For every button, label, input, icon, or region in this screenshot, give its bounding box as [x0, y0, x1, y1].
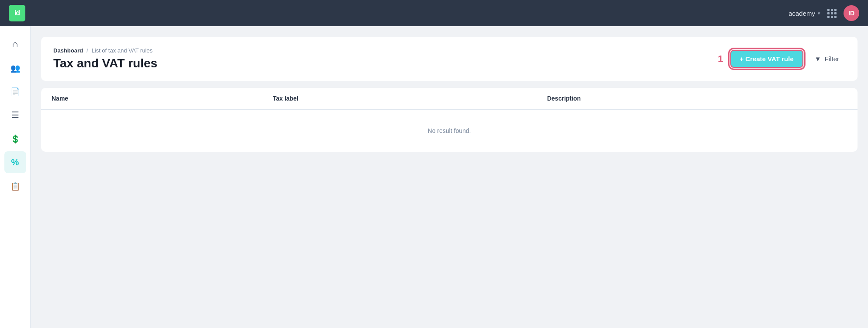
sidebar-item-users[interactable] — [4, 57, 26, 79]
filter-button[interactable]: ▼ Filter — [809, 52, 845, 66]
chevron-down-icon: ▾ — [818, 10, 820, 16]
step-badge: 1 — [718, 53, 723, 65]
sidebar-item-documents[interactable] — [4, 80, 26, 102]
logo[interactable]: id — [9, 5, 25, 21]
grid-apps-icon[interactable] — [827, 9, 837, 18]
table-header-row: Name Tax label Description — [41, 88, 858, 109]
column-header-tax-label: Tax label — [262, 88, 537, 109]
sidebar-item-home[interactable] — [4, 33, 26, 55]
main-layout: Dashboard / List of tax and VAT rules Ta… — [0, 26, 868, 328]
breadcrumb-separator: / — [87, 47, 88, 54]
breadcrumb-home[interactable]: Dashboard — [53, 47, 83, 54]
column-header-name: Name — [41, 88, 262, 109]
home-icon — [12, 38, 18, 50]
page-header-card: Dashboard / List of tax and VAT rules Ta… — [41, 37, 858, 81]
table-empty-row: No result found. — [41, 109, 858, 152]
create-vat-rule-button[interactable]: + Create VAT rule — [730, 50, 803, 68]
list-icon — [11, 109, 19, 121]
column-header-description: Description — [537, 88, 858, 109]
user-avatar[interactable]: ID — [844, 5, 859, 21]
percent-icon — [11, 157, 19, 168]
table-card: Name Tax label Description No result fou… — [41, 88, 858, 152]
note-icon — [10, 180, 20, 192]
filter-icon: ▼ — [815, 55, 821, 63]
sidebar — [0, 26, 31, 328]
page-header-left: Dashboard / List of tax and VAT rules Ta… — [53, 47, 157, 70]
users-icon — [10, 62, 20, 73]
breadcrumb: Dashboard / List of tax and VAT rules — [53, 47, 157, 54]
academy-dropdown[interactable]: academy ▾ — [788, 10, 820, 17]
sidebar-item-billing[interactable] — [4, 128, 26, 150]
sidebar-item-notes[interactable] — [4, 175, 26, 197]
main-content: Dashboard / List of tax and VAT rules Ta… — [31, 26, 868, 328]
breadcrumb-current: List of tax and VAT rules — [92, 47, 153, 54]
header-actions: 1 + Create VAT rule ▼ Filter — [718, 50, 845, 68]
vat-rules-table: Name Tax label Description No result fou… — [41, 88, 858, 152]
document-icon — [10, 86, 20, 97]
page-title: Tax and VAT rules — [53, 56, 157, 70]
top-navigation: id academy ▾ ID — [0, 0, 868, 26]
table-empty-message: No result found. — [41, 109, 858, 152]
sidebar-item-tax[interactable] — [4, 151, 26, 173]
nav-logo-area: id — [9, 5, 25, 21]
nav-right-area: academy ▾ ID — [788, 5, 859, 21]
sidebar-item-list[interactable] — [4, 104, 26, 126]
dollar-icon — [10, 133, 20, 144]
